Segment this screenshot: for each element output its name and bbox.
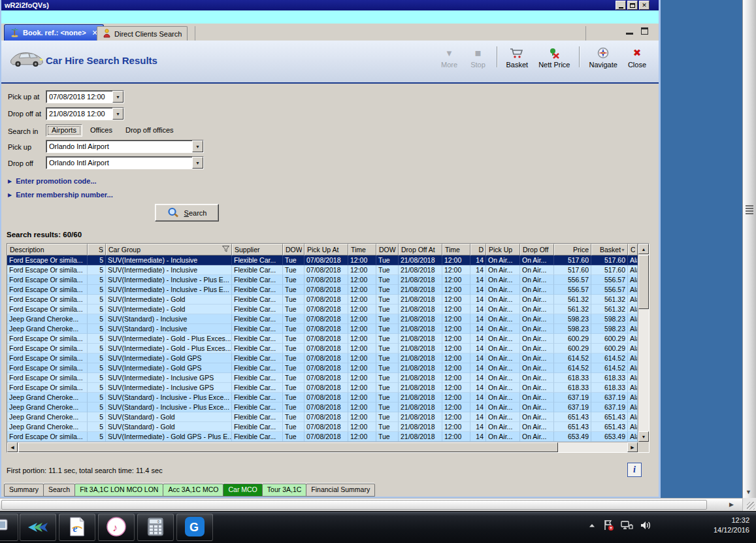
taskbar-item-travel-app[interactable] bbox=[20, 514, 56, 541]
outer-horizontal-scrollbar[interactable]: ▶ bbox=[0, 498, 742, 511]
bottom-tab-car-mco[interactable]: Car MCO bbox=[223, 484, 262, 497]
bottom-tab-financial-summary[interactable]: Financial Summary bbox=[306, 484, 375, 497]
column-header-dow-4[interactable]: DOW bbox=[283, 244, 304, 255]
table-row[interactable]: Ford Escape Or simila...5SUV(Intermediat… bbox=[7, 363, 638, 373]
navigate-button[interactable]: Navigate bbox=[584, 44, 621, 70]
search-in-drop-off-offices[interactable]: Drop off offices bbox=[120, 125, 179, 136]
column-header-dow-7[interactable]: DOW bbox=[376, 244, 399, 255]
column-header-pick-up-11[interactable]: Pick Up bbox=[486, 244, 520, 255]
bottom-tab-flt-3a-1c-lon-mco-lon[interactable]: Flt 3A,1C LON MCO LON bbox=[74, 484, 163, 497]
volume-icon[interactable] bbox=[640, 520, 651, 532]
close-button[interactable]: ✖Close bbox=[623, 44, 651, 70]
column-header-car-group-2[interactable]: Car Group bbox=[106, 244, 232, 255]
resize-corner[interactable] bbox=[742, 498, 756, 511]
info-button[interactable]: i bbox=[627, 463, 642, 477]
table-row[interactable]: Ford Escape Or simila...5SUV(Intermediat… bbox=[7, 432, 638, 442]
grid-vertical-scrollbar[interactable]: ▲ ▼ bbox=[638, 244, 649, 442]
sort-indicator-icon[interactable]: ▼ bbox=[621, 244, 625, 255]
pane-restore-icon[interactable] bbox=[641, 27, 648, 35]
table-row[interactable]: Ford Escape Or simila...5SUV(Intermediat… bbox=[7, 295, 638, 304]
table-row[interactable]: Ford Escape Or simila...5SUV(Intermediat… bbox=[7, 304, 638, 314]
tab-direct-clients-search[interactable]: Direct Clients Search bbox=[97, 26, 188, 41]
dropoff-location-combobox[interactable]: Orlando Intl Airport ▼ bbox=[46, 156, 204, 169]
nett-price-button[interactable]: Nett Price bbox=[534, 44, 574, 70]
search-in-airports[interactable]: Airports bbox=[46, 124, 82, 137]
column-header-time-9[interactable]: Time bbox=[442, 244, 470, 255]
table-row[interactable]: Ford Escape Or simila...5SUV(Intermediat… bbox=[7, 383, 638, 393]
table-row[interactable]: Jeep Grand Cheroke...5SUV(Standard) - Go… bbox=[7, 422, 638, 432]
tab-booking-ref[interactable]: Book. ref.: <none> ✕ bbox=[4, 24, 104, 41]
table-row[interactable]: Jeep Grand Cheroke...5SUV(Standard) - In… bbox=[7, 393, 638, 403]
table-row[interactable]: Ford Escape Or simila...5SUV(Intermediat… bbox=[7, 285, 638, 295]
scrollbar-thumb[interactable] bbox=[638, 255, 649, 309]
taskbar-item-calculator[interactable]: 0 bbox=[137, 514, 174, 541]
dropoff-at-combobox[interactable]: 21/08/2018 12:00 ▼ bbox=[46, 107, 124, 120]
scroll-right-icon[interactable]: ▶ bbox=[729, 501, 734, 508]
column-header-time-6[interactable]: Time bbox=[348, 244, 376, 255]
bottom-tab-acc-3a-1c-mco[interactable]: Acc 3A,1C MCO bbox=[163, 484, 223, 497]
table-row[interactable]: Jeep Grand Cheroke...5SUV(Standard) - In… bbox=[7, 403, 638, 412]
table-row[interactable]: Jeep Grand Cheroke...5SUV(Standard) - In… bbox=[7, 314, 638, 324]
table-row[interactable]: Jeep Grand Cheroke...5SUV(Standard) - Go… bbox=[7, 412, 638, 422]
window-minimize-button[interactable] bbox=[616, 1, 626, 10]
action-center-flag-icon[interactable] bbox=[602, 519, 614, 533]
dropdown-arrow-icon[interactable]: ▼ bbox=[192, 157, 203, 169]
taskbar-item-itunes[interactable]: ♪ bbox=[98, 514, 135, 541]
column-header-d-10[interactable]: D bbox=[470, 244, 486, 255]
show-hidden-icons-button[interactable] bbox=[588, 522, 596, 530]
pickup-at-combobox[interactable]: 07/08/2018 12:00 ▼ bbox=[46, 90, 124, 103]
column-header-description-0[interactable]: Description bbox=[7, 244, 88, 255]
scrollbar-thumb[interactable] bbox=[1, 500, 707, 510]
window-close-button[interactable]: ✕ bbox=[639, 1, 649, 10]
table-row[interactable]: Ford Escape Or simila...5SUV(Intermediat… bbox=[7, 344, 638, 354]
column-header-drop-off-at-8[interactable]: Drop Off At bbox=[399, 244, 442, 255]
column-header-basket-14[interactable]: Basket▼ bbox=[591, 244, 628, 255]
pane-minimize-icon[interactable] bbox=[626, 33, 633, 35]
column-header-supplier-3[interactable]: Supplier bbox=[232, 244, 283, 255]
scrollbar-thumb[interactable] bbox=[18, 442, 558, 452]
search-button[interactable]: Search bbox=[155, 204, 219, 222]
scroll-down-icon[interactable]: ▼ bbox=[638, 431, 649, 442]
scroll-down-icon[interactable]: ▼ bbox=[746, 489, 751, 495]
table-row[interactable]: Jeep Grand Cheroke...5SUV(Standard) - In… bbox=[7, 324, 638, 334]
column-header-pick-up-at-5[interactable]: Pick Up At bbox=[304, 244, 348, 255]
membership-number-expander[interactable]: ▶ Enter membership number... bbox=[8, 191, 113, 199]
cell-ca: Ala bbox=[628, 275, 638, 285]
table-row[interactable]: Ford Escape Or simila...5SUV(Intermediat… bbox=[7, 354, 638, 363]
table-row[interactable]: Ford Escape Or simila...5SUV(Intermediat… bbox=[7, 275, 638, 285]
bottom-tab-tour-3a-1c[interactable]: Tour 3A,1C bbox=[262, 484, 307, 497]
search-in-offices[interactable]: Offices bbox=[85, 125, 118, 136]
table-row[interactable]: Ford Escape Or simila...5SUV(Intermediat… bbox=[7, 373, 638, 383]
cell-drop-off: On Air... bbox=[520, 412, 554, 422]
taskbar-item-internet-explorer[interactable]: e bbox=[59, 514, 95, 541]
taskbar-item-g-app[interactable]: G bbox=[176, 514, 213, 541]
dropdown-arrow-icon[interactable]: ▼ bbox=[112, 91, 123, 103]
network-icon[interactable] bbox=[621, 520, 633, 532]
outer-vertical-scrollbar[interactable]: ▼ bbox=[742, 0, 756, 498]
taskbar-item-vm[interactable] bbox=[0, 514, 18, 541]
dropdown-arrow-icon[interactable]: ▼ bbox=[192, 140, 203, 152]
scroll-up-icon[interactable]: ▲ bbox=[638, 244, 649, 254]
promotion-code-expander[interactable]: ▶ Enter promotion code... bbox=[8, 177, 97, 185]
pickup-location-combobox[interactable]: Orlando Intl Airport ▼ bbox=[46, 140, 204, 153]
scroll-left-icon[interactable]: ◀ bbox=[7, 442, 18, 452]
dropdown-arrow-icon[interactable]: ▼ bbox=[112, 108, 123, 120]
column-header-price-13[interactable]: Price bbox=[554, 244, 591, 255]
taskbar-clock[interactable]: 12:32 14/12/2016 bbox=[714, 516, 749, 535]
basket-button[interactable]: Basket bbox=[502, 44, 533, 70]
bottom-tab-search[interactable]: Search bbox=[43, 484, 75, 497]
column-header-s-1[interactable]: S bbox=[88, 244, 106, 255]
grid-horizontal-scrollbar[interactable]: ◀ ▶ bbox=[7, 442, 638, 452]
bottom-tab-summary[interactable]: Summary bbox=[4, 484, 44, 497]
scroll-right-icon[interactable]: ▶ bbox=[627, 442, 638, 452]
table-row[interactable]: Ford Escape Or simila...5SUV(Intermediat… bbox=[7, 265, 638, 275]
column-header-drop-off-12[interactable]: Drop Off bbox=[520, 244, 554, 255]
column-header-ca-15[interactable]: Ca bbox=[628, 244, 638, 255]
window-titlebar[interactable]: wR2i2foQVs) ✕ bbox=[1, 0, 659, 10]
cell-ca: Ala bbox=[628, 393, 638, 403]
scrollbar-grip[interactable] bbox=[746, 205, 753, 214]
window-maximize-button[interactable] bbox=[627, 1, 638, 10]
table-row[interactable]: Ford Escape Or simila...5SUV(Intermediat… bbox=[7, 255, 638, 265]
filter-funnel-icon[interactable] bbox=[222, 245, 229, 255]
table-row[interactable]: Ford Escape Or simila...5SUV(Intermediat… bbox=[7, 334, 638, 344]
